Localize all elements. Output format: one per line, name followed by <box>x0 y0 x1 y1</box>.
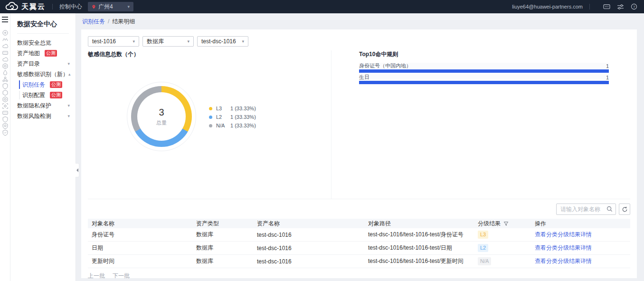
bar-value: 1 <box>606 75 609 80</box>
donut-center: 3 总量 <box>137 92 186 141</box>
cell-text: 身份证号 <box>92 231 114 239</box>
donut-panel: 敏感信息总数（个） 3 总量 L31 (33.33%)L21 (33.33%)N… <box>88 50 331 199</box>
cloud-icon[interactable] <box>2 43 9 49</box>
top10-chart-title: Top10命中规则 <box>359 50 609 58</box>
refresh-button[interactable] <box>619 203 630 215</box>
filter-select-2[interactable]: test-dsc-1016▾ <box>197 36 248 47</box>
search-icon[interactable] <box>606 206 613 213</box>
sidebar-item-4[interactable]: 识别任务公测 <box>10 79 76 90</box>
top10-bars: 身份证号（中国内地）1生日1 <box>359 63 609 84</box>
nodes-icon[interactable] <box>2 76 9 83</box>
sidebar-item-1[interactable]: 资产地图公测 <box>10 48 76 58</box>
filter-row: test-1016▾数据库▾test-dsc-1016▾ <box>88 36 630 47</box>
help-icon[interactable]: ? <box>631 3 637 10</box>
chart-legend: L31 (33.33%)L21 (33.33%)N/A1 (33.33%) <box>209 104 256 130</box>
breadcrumb-current: 结果明细 <box>112 18 135 26</box>
anchor-drop-icon[interactable] <box>2 69 9 76</box>
beta-badge: 公测 <box>45 50 57 57</box>
cell-asset_type: 数据库 <box>192 231 253 239</box>
column-header-2: 资产名称 <box>253 220 364 228</box>
cell-text: test-dsc-1016/test-1016-test/日期 <box>368 244 452 252</box>
results-table: 对象名称资产类型资产名称对象路径分级结果操作 身份证号数据库test-dsc-1… <box>88 219 630 268</box>
chevron-down-icon: ▾ <box>187 39 189 44</box>
table-toolbar <box>88 199 630 219</box>
gear-hex-icon[interactable] <box>2 96 9 103</box>
shield-icon[interactable] <box>2 83 9 89</box>
next-batch-button[interactable]: 下一批 <box>113 272 130 278</box>
chevron-down-icon: ▾ <box>67 61 70 66</box>
cell-action: 查看分类分级结果详情 <box>531 257 630 265</box>
scan-icon[interactable] <box>2 103 9 109</box>
donut-chart-title: 敏感信息总数（个） <box>88 50 331 58</box>
cloud-service-icon[interactable] <box>2 56 9 63</box>
card-icon[interactable] <box>2 49 9 56</box>
view-details-link[interactable]: 查看分类分级结果详情 <box>535 257 592 265</box>
filter-select-0[interactable]: test-1016▾ <box>88 36 139 47</box>
donut-total-label: 总量 <box>156 119 167 126</box>
legend-item[interactable]: L21 (33.33%) <box>209 113 256 121</box>
beta-badge: 公测 <box>50 92 62 98</box>
column-header-label: 分级结果 <box>478 220 501 228</box>
sidebar-item-6[interactable]: 数据隐私保护▾ <box>10 100 76 111</box>
main-content: 识别任务 / 结果明细 test-1016▾数据库▾test-dsc-1016▾… <box>76 13 644 281</box>
filter-select-value: test-1016 <box>92 38 116 45</box>
location-pin-icon <box>92 4 96 10</box>
chevron-down-icon: ▾ <box>67 114 70 118</box>
sidebar-item-0[interactable]: 数据安全总览 <box>10 38 76 48</box>
cloud-logo-icon <box>5 2 19 11</box>
column-header-label: 资产名称 <box>257 220 280 228</box>
shield-lock-icon[interactable] <box>2 116 9 123</box>
view-details-link[interactable]: 查看分类分级结果详情 <box>535 231 592 239</box>
level-badge: L2 <box>478 244 488 252</box>
filter-icon[interactable] <box>503 221 509 226</box>
bar-label-row: 身份证号（中国内地）1 <box>359 63 609 69</box>
settings-sliders-icon[interactable] <box>617 4 624 10</box>
sidebar-item-7[interactable]: 数据风险检测▾ <box>10 111 76 121</box>
chevron-down-icon: ▾ <box>67 103 70 108</box>
column-header-label: 对象名称 <box>92 220 114 228</box>
cell-text: test-dsc-1016 <box>257 232 292 238</box>
breadcrumb: 识别任务 / 结果明细 <box>76 13 644 29</box>
sidebar-item-label: 识别任务 <box>22 81 45 89</box>
prev-batch-button[interactable]: 上一批 <box>88 272 105 278</box>
panel-icon[interactable] <box>2 109 9 116</box>
pagination: 上一批 下一批 <box>88 272 630 278</box>
bar-fill <box>359 69 609 73</box>
legend-item[interactable]: N/A1 (33.33%) <box>209 121 256 130</box>
breadcrumb-separator: / <box>108 18 109 25</box>
tianyi-cloud-logo[interactable]: 天翼云 <box>5 2 46 11</box>
monitor-waves-icon[interactable] <box>2 36 9 43</box>
overview-icon[interactable] <box>2 29 9 36</box>
account-email[interactable]: liuye64@huawei-partners.com <box>512 4 583 10</box>
shield-check-icon[interactable] <box>2 129 9 136</box>
hamburger-menu-icon[interactable] <box>2 17 8 22</box>
sidebar-collapse-handle[interactable] <box>76 163 79 177</box>
sidebar-item-3[interactable]: 敏感数据识别（新）▴ <box>10 69 76 79</box>
filter-select-1[interactable]: 数据库▾ <box>142 36 194 47</box>
breadcrumb-parent[interactable]: 识别任务 <box>82 18 105 26</box>
shield-gear-icon[interactable] <box>2 123 9 129</box>
level-badge: L3 <box>478 231 488 239</box>
level-badge: N/A <box>478 257 491 265</box>
cell-path: test-dsc-1016/test-1016-test/身份证号 <box>364 231 474 239</box>
search-box <box>556 203 616 215</box>
hex-gear-icon[interactable] <box>2 63 9 69</box>
sidebar-item-2[interactable]: 资产目录▾ <box>10 58 76 69</box>
sidebar-item-label: 数据风险检测 <box>17 112 51 120</box>
filter-select-value: 数据库 <box>147 38 164 46</box>
region-selector[interactable]: 广州4 ▾ <box>88 2 133 11</box>
sidebar-item-5[interactable]: 识别配置公测 <box>10 90 76 100</box>
message-icon[interactable] <box>603 4 610 10</box>
cell-asset_type: 数据库 <box>192 257 253 265</box>
legend-label: N/A <box>216 123 230 128</box>
legend-value: 1 (33.33%) <box>230 123 256 128</box>
legend-item[interactable]: L31 (33.33%) <box>209 104 256 113</box>
hexagon-icon[interactable] <box>2 89 9 96</box>
console-link[interactable]: 控制中心 <box>59 3 82 11</box>
legend-label: L2 <box>216 114 230 120</box>
region-value: 广州4 <box>98 3 113 11</box>
sidebar-item-label: 数据隐私保护 <box>17 102 51 110</box>
cell-level: N/A <box>474 257 531 265</box>
view-details-link[interactable]: 查看分类分级结果详情 <box>535 244 592 252</box>
top10-panel: Top10命中规则 身份证号（中国内地）1生日1 <box>331 50 630 199</box>
